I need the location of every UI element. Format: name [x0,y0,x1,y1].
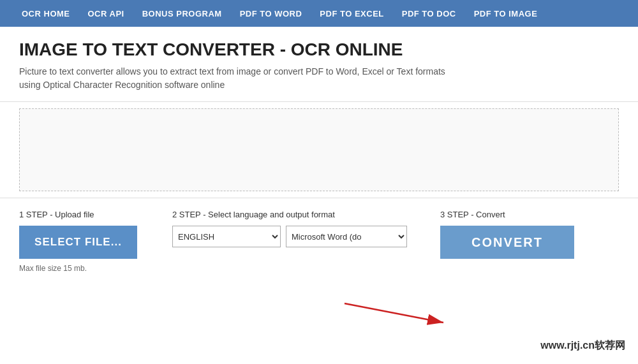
upload-area[interactable] [19,108,619,191]
step1-block: 1 STEP - Upload file SELECT FILE... Max … [19,210,160,273]
format-select[interactable]: Microsoft Word (do Plain Text (.txt) PDF… [286,226,407,247]
steps-section: 1 STEP - Upload file SELECT FILE... Max … [0,198,638,284]
nav-pdf-to-doc[interactable]: PDF TO DOC [402,9,456,18]
nav-pdf-to-word[interactable]: PDF TO WORD [240,9,302,18]
nav-pdf-to-image[interactable]: PDF TO IMAGE [474,9,538,18]
selects-row: ENGLISH FRENCH GERMAN SPANISH ITALIAN Mi… [172,226,407,247]
red-arrow-icon [338,297,453,329]
page-title: IMAGE TO TEXT CONVERTER - OCR ONLINE [19,40,619,60]
navbar: OCR HOME OCR API BONUS PROGRAM PDF TO WO… [0,0,638,27]
page-description: Picture to text converter allows you to … [19,65,466,92]
step3-label: 3 STEP - Convert [440,210,505,219]
header-section: IMAGE TO TEXT CONVERTER - OCR ONLINE Pic… [0,27,638,102]
select-file-button[interactable]: SELECT FILE... [19,226,137,259]
step2-block: 2 STEP - Select language and output form… [160,210,427,247]
language-select[interactable]: ENGLISH FRENCH GERMAN SPANISH ITALIAN [172,226,281,247]
step2-label: 2 STEP - Select language and output form… [172,210,335,219]
step3-block: 3 STEP - Convert CONVERT [427,210,619,259]
nav-ocr-home[interactable]: OCR HOME [22,9,70,18]
step1-label: 1 STEP - Upload file [19,210,94,219]
watermark: www.rjtj.cn软荐网 [540,339,625,353]
max-file-note: Max file size 15 mb. [19,264,87,273]
nav-ocr-api[interactable]: OCR API [88,9,124,18]
nav-pdf-to-excel[interactable]: PDF TO EXCEL [320,9,383,18]
svg-line-1 [345,303,443,323]
nav-bonus-program[interactable]: BONUS PROGRAM [142,9,222,18]
convert-button[interactable]: CONVERT [440,226,574,259]
